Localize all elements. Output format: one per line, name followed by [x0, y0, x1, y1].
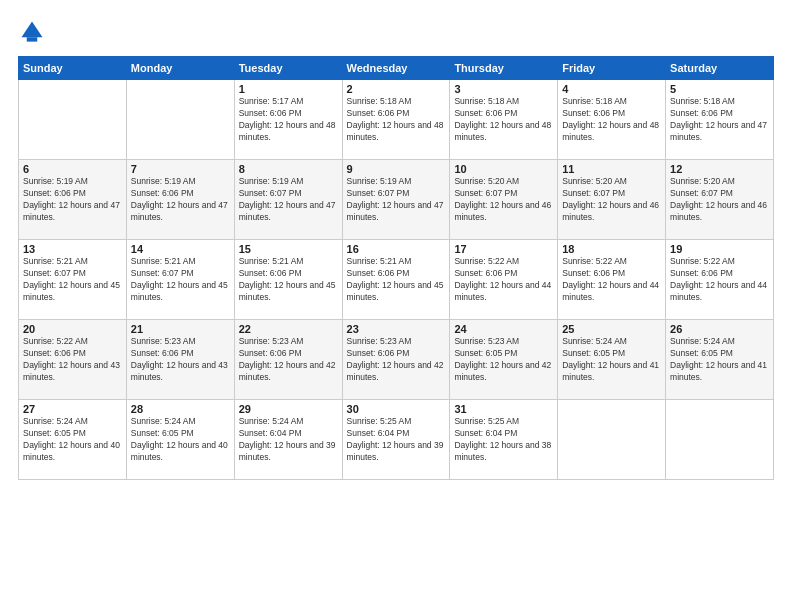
weekday-header-tuesday: Tuesday	[234, 57, 342, 80]
calendar-cell: 4Sunrise: 5:18 AMSunset: 6:06 PMDaylight…	[558, 80, 666, 160]
day-info: Sunrise: 5:20 AMSunset: 6:07 PMDaylight:…	[670, 176, 769, 224]
calendar-cell: 10Sunrise: 5:20 AMSunset: 6:07 PMDayligh…	[450, 160, 558, 240]
svg-marker-0	[22, 22, 43, 38]
day-info: Sunrise: 5:23 AMSunset: 6:06 PMDaylight:…	[239, 336, 338, 384]
calendar-cell: 5Sunrise: 5:18 AMSunset: 6:06 PMDaylight…	[666, 80, 774, 160]
day-info: Sunrise: 5:22 AMSunset: 6:06 PMDaylight:…	[454, 256, 553, 304]
calendar-cell: 20Sunrise: 5:22 AMSunset: 6:06 PMDayligh…	[19, 320, 127, 400]
day-info: Sunrise: 5:21 AMSunset: 6:06 PMDaylight:…	[239, 256, 338, 304]
logo-icon	[18, 18, 46, 46]
day-number: 24	[454, 323, 553, 335]
day-number: 1	[239, 83, 338, 95]
day-info: Sunrise: 5:23 AMSunset: 6:06 PMDaylight:…	[131, 336, 230, 384]
day-number: 15	[239, 243, 338, 255]
day-info: Sunrise: 5:23 AMSunset: 6:05 PMDaylight:…	[454, 336, 553, 384]
calendar-week-5: 27Sunrise: 5:24 AMSunset: 6:05 PMDayligh…	[19, 400, 774, 480]
calendar-cell: 14Sunrise: 5:21 AMSunset: 6:07 PMDayligh…	[126, 240, 234, 320]
day-info: Sunrise: 5:18 AMSunset: 6:06 PMDaylight:…	[454, 96, 553, 144]
weekday-header-monday: Monday	[126, 57, 234, 80]
day-number: 25	[562, 323, 661, 335]
weekday-header-sunday: Sunday	[19, 57, 127, 80]
day-number: 7	[131, 163, 230, 175]
calendar-cell: 12Sunrise: 5:20 AMSunset: 6:07 PMDayligh…	[666, 160, 774, 240]
calendar-cell: 8Sunrise: 5:19 AMSunset: 6:07 PMDaylight…	[234, 160, 342, 240]
day-number: 17	[454, 243, 553, 255]
day-info: Sunrise: 5:18 AMSunset: 6:06 PMDaylight:…	[670, 96, 769, 144]
day-number: 18	[562, 243, 661, 255]
day-info: Sunrise: 5:21 AMSunset: 6:07 PMDaylight:…	[23, 256, 122, 304]
day-number: 19	[670, 243, 769, 255]
calendar-cell: 18Sunrise: 5:22 AMSunset: 6:06 PMDayligh…	[558, 240, 666, 320]
day-info: Sunrise: 5:18 AMSunset: 6:06 PMDaylight:…	[562, 96, 661, 144]
weekday-header-thursday: Thursday	[450, 57, 558, 80]
day-number: 6	[23, 163, 122, 175]
day-info: Sunrise: 5:22 AMSunset: 6:06 PMDaylight:…	[23, 336, 122, 384]
calendar-cell	[126, 80, 234, 160]
calendar-cell: 25Sunrise: 5:24 AMSunset: 6:05 PMDayligh…	[558, 320, 666, 400]
weekday-header-saturday: Saturday	[666, 57, 774, 80]
day-info: Sunrise: 5:21 AMSunset: 6:06 PMDaylight:…	[347, 256, 446, 304]
svg-rect-1	[27, 37, 38, 41]
calendar-cell: 24Sunrise: 5:23 AMSunset: 6:05 PMDayligh…	[450, 320, 558, 400]
day-number: 8	[239, 163, 338, 175]
day-number: 30	[347, 403, 446, 415]
day-number: 9	[347, 163, 446, 175]
day-info: Sunrise: 5:18 AMSunset: 6:06 PMDaylight:…	[347, 96, 446, 144]
page: SundayMondayTuesdayWednesdayThursdayFrid…	[0, 0, 792, 612]
calendar-cell: 19Sunrise: 5:22 AMSunset: 6:06 PMDayligh…	[666, 240, 774, 320]
day-info: Sunrise: 5:25 AMSunset: 6:04 PMDaylight:…	[454, 416, 553, 464]
day-info: Sunrise: 5:19 AMSunset: 6:06 PMDaylight:…	[131, 176, 230, 224]
calendar-cell: 6Sunrise: 5:19 AMSunset: 6:06 PMDaylight…	[19, 160, 127, 240]
day-number: 3	[454, 83, 553, 95]
calendar-cell: 21Sunrise: 5:23 AMSunset: 6:06 PMDayligh…	[126, 320, 234, 400]
calendar-cell: 2Sunrise: 5:18 AMSunset: 6:06 PMDaylight…	[342, 80, 450, 160]
day-number: 22	[239, 323, 338, 335]
calendar-cell: 22Sunrise: 5:23 AMSunset: 6:06 PMDayligh…	[234, 320, 342, 400]
calendar-cell	[666, 400, 774, 480]
calendar-cell: 28Sunrise: 5:24 AMSunset: 6:05 PMDayligh…	[126, 400, 234, 480]
day-number: 28	[131, 403, 230, 415]
calendar-cell: 7Sunrise: 5:19 AMSunset: 6:06 PMDaylight…	[126, 160, 234, 240]
calendar-cell: 13Sunrise: 5:21 AMSunset: 6:07 PMDayligh…	[19, 240, 127, 320]
calendar-cell: 16Sunrise: 5:21 AMSunset: 6:06 PMDayligh…	[342, 240, 450, 320]
day-info: Sunrise: 5:17 AMSunset: 6:06 PMDaylight:…	[239, 96, 338, 144]
day-number: 10	[454, 163, 553, 175]
day-info: Sunrise: 5:24 AMSunset: 6:05 PMDaylight:…	[23, 416, 122, 464]
weekday-header-friday: Friday	[558, 57, 666, 80]
day-number: 12	[670, 163, 769, 175]
calendar-week-4: 20Sunrise: 5:22 AMSunset: 6:06 PMDayligh…	[19, 320, 774, 400]
day-info: Sunrise: 5:25 AMSunset: 6:04 PMDaylight:…	[347, 416, 446, 464]
day-number: 20	[23, 323, 122, 335]
day-info: Sunrise: 5:19 AMSunset: 6:07 PMDaylight:…	[239, 176, 338, 224]
day-info: Sunrise: 5:20 AMSunset: 6:07 PMDaylight:…	[454, 176, 553, 224]
weekday-header-wednesday: Wednesday	[342, 57, 450, 80]
day-number: 23	[347, 323, 446, 335]
calendar-week-1: 1Sunrise: 5:17 AMSunset: 6:06 PMDaylight…	[19, 80, 774, 160]
day-number: 14	[131, 243, 230, 255]
calendar-week-2: 6Sunrise: 5:19 AMSunset: 6:06 PMDaylight…	[19, 160, 774, 240]
logo	[18, 18, 50, 46]
day-info: Sunrise: 5:24 AMSunset: 6:05 PMDaylight:…	[562, 336, 661, 384]
day-number: 2	[347, 83, 446, 95]
day-info: Sunrise: 5:24 AMSunset: 6:04 PMDaylight:…	[239, 416, 338, 464]
day-number: 16	[347, 243, 446, 255]
calendar-cell: 9Sunrise: 5:19 AMSunset: 6:07 PMDaylight…	[342, 160, 450, 240]
day-info: Sunrise: 5:20 AMSunset: 6:07 PMDaylight:…	[562, 176, 661, 224]
day-info: Sunrise: 5:19 AMSunset: 6:07 PMDaylight:…	[347, 176, 446, 224]
day-info: Sunrise: 5:24 AMSunset: 6:05 PMDaylight:…	[131, 416, 230, 464]
calendar-cell: 31Sunrise: 5:25 AMSunset: 6:04 PMDayligh…	[450, 400, 558, 480]
day-info: Sunrise: 5:22 AMSunset: 6:06 PMDaylight:…	[670, 256, 769, 304]
header	[18, 18, 774, 46]
day-info: Sunrise: 5:22 AMSunset: 6:06 PMDaylight:…	[562, 256, 661, 304]
day-number: 4	[562, 83, 661, 95]
calendar-cell: 1Sunrise: 5:17 AMSunset: 6:06 PMDaylight…	[234, 80, 342, 160]
calendar-week-3: 13Sunrise: 5:21 AMSunset: 6:07 PMDayligh…	[19, 240, 774, 320]
calendar-cell: 27Sunrise: 5:24 AMSunset: 6:05 PMDayligh…	[19, 400, 127, 480]
calendar-header-row: SundayMondayTuesdayWednesdayThursdayFrid…	[19, 57, 774, 80]
calendar-cell: 23Sunrise: 5:23 AMSunset: 6:06 PMDayligh…	[342, 320, 450, 400]
day-info: Sunrise: 5:23 AMSunset: 6:06 PMDaylight:…	[347, 336, 446, 384]
calendar-table: SundayMondayTuesdayWednesdayThursdayFrid…	[18, 56, 774, 480]
day-number: 29	[239, 403, 338, 415]
day-info: Sunrise: 5:24 AMSunset: 6:05 PMDaylight:…	[670, 336, 769, 384]
calendar-cell: 30Sunrise: 5:25 AMSunset: 6:04 PMDayligh…	[342, 400, 450, 480]
